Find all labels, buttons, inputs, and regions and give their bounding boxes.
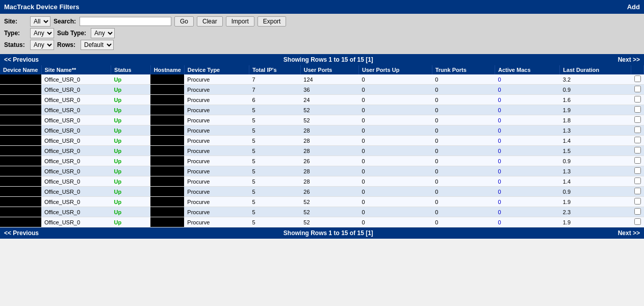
user-ports-cell: 36 — [300, 85, 358, 95]
row-checkbox[interactable] — [634, 157, 641, 164]
status-cell: Up — [111, 125, 151, 136]
row-checkbox-cell[interactable] — [631, 95, 644, 105]
col-user-ports: User Ports — [300, 65, 358, 74]
device-type-cell: Procurve — [184, 197, 249, 207]
row-checkbox-cell[interactable] — [631, 156, 644, 166]
row-checkbox-cell[interactable] — [631, 85, 644, 95]
device-type-cell: Procurve — [184, 156, 249, 166]
device-name-cell — [0, 187, 41, 197]
row-checkbox[interactable] — [634, 177, 641, 184]
active-macs-cell: 0 — [495, 125, 559, 136]
table-row: Office_USR_0UpProcurve5260000.9 — [0, 156, 644, 166]
site-select[interactable]: All — [30, 16, 50, 27]
hostname-cell — [150, 187, 184, 197]
row-checkbox[interactable] — [634, 167, 641, 174]
row-checkbox-cell[interactable] — [631, 166, 644, 176]
device-type-cell: Procurve — [184, 176, 249, 187]
trunk-ports-cell: 0 — [432, 115, 495, 125]
row-checkbox[interactable] — [634, 208, 641, 215]
user-ports-cell: 52 — [300, 115, 358, 125]
row-checkbox[interactable] — [634, 116, 641, 123]
device-type-cell: Procurve — [184, 187, 249, 197]
rows-select[interactable]: Default — [81, 40, 114, 50]
row-checkbox[interactable] — [634, 198, 641, 205]
site-name-cell: Office_USR_0 — [41, 115, 111, 125]
last-duration-cell: 1.6 — [560, 95, 631, 105]
row-checkbox[interactable] — [634, 75, 641, 82]
row-checkbox[interactable] — [634, 126, 641, 133]
add-link[interactable]: Add — [627, 3, 640, 11]
status-select[interactable]: Any — [30, 40, 54, 50]
total-ips-cell: 5 — [249, 207, 300, 217]
table-row: Office_USR_0UpProcurve5280001.5 — [0, 146, 644, 156]
trunk-ports-cell: 0 — [432, 95, 495, 105]
row-checkbox-cell[interactable] — [631, 197, 644, 207]
devices-table: Device Name Site Name** Status Hostname … — [0, 65, 644, 227]
col-device-name: Device Name — [0, 65, 41, 74]
active-macs-cell: 0 — [495, 85, 559, 95]
filters-section: Site: All Search: Go Clear Import Export… — [0, 14, 644, 54]
table-row: Office_USR_0UpProcurve5520001.9 — [0, 105, 644, 115]
row-checkbox-cell[interactable] — [631, 187, 644, 197]
row-checkbox-cell[interactable] — [631, 74, 644, 85]
showing-text-top: Showing Rows 1 to 15 of 15 [1] — [39, 56, 618, 63]
trunk-ports-cell: 0 — [432, 136, 495, 146]
user-ports-cell: 28 — [300, 146, 358, 156]
hostname-cell — [150, 85, 184, 95]
row-checkbox[interactable] — [634, 147, 641, 154]
row-checkbox-cell[interactable] — [631, 207, 644, 217]
last-duration-cell: 1.9 — [560, 105, 631, 115]
col-user-ports-up: User Ports Up — [359, 65, 432, 74]
status-cell: Up — [111, 105, 151, 115]
row-checkbox-cell[interactable] — [631, 217, 644, 227]
row-checkbox[interactable] — [634, 218, 641, 225]
site-name-cell: Office_USR_0 — [41, 136, 111, 146]
active-macs-cell: 0 — [495, 136, 559, 146]
active-macs-cell: 0 — [495, 74, 559, 85]
row-checkbox-cell[interactable] — [631, 176, 644, 187]
export-button[interactable]: Export — [257, 16, 287, 27]
import-button[interactable]: Import — [226, 16, 254, 27]
go-button[interactable]: Go — [174, 16, 194, 27]
col-device-type: Device Type — [184, 65, 249, 74]
device-type-cell: Procurve — [184, 125, 249, 136]
trunk-ports-cell: 0 — [432, 217, 495, 227]
next-link-top[interactable]: Next >> — [618, 56, 640, 63]
row-checkbox-cell[interactable] — [631, 125, 644, 136]
prev-link-bottom[interactable]: << Previous — [4, 230, 39, 237]
device-name-cell — [0, 156, 41, 166]
row-checkbox-cell[interactable] — [631, 146, 644, 156]
status-cell: Up — [111, 136, 151, 146]
row-checkbox[interactable] — [634, 137, 641, 143]
device-name-cell — [0, 217, 41, 227]
row-checkbox[interactable] — [634, 188, 641, 194]
row-checkbox-cell[interactable] — [631, 105, 644, 115]
trunk-ports-cell: 0 — [432, 187, 495, 197]
device-name-cell — [0, 197, 41, 207]
user-ports-up-cell: 0 — [359, 136, 432, 146]
device-name-cell — [0, 146, 41, 156]
type-select[interactable]: Any — [30, 28, 54, 38]
row-checkbox-cell[interactable] — [631, 136, 644, 146]
filter-row-3: Status: Any Rows: Default — [4, 40, 640, 50]
subtype-select[interactable]: Any — [91, 28, 115, 38]
site-name-cell: Office_USR_0 — [41, 146, 111, 156]
col-site-name: Site Name** — [41, 65, 111, 74]
device-name-cell — [0, 85, 41, 95]
last-duration-cell: 3.2 — [560, 74, 631, 85]
title-bar: MacTrack Device Filters Add — [0, 0, 644, 14]
device-type-cell: Procurve — [184, 146, 249, 156]
site-name-cell: Office_USR_0 — [41, 176, 111, 187]
status-cell: Up — [111, 74, 151, 85]
active-macs-cell: 0 — [495, 166, 559, 176]
trunk-ports-cell: 0 — [432, 207, 495, 217]
table-row: Office_USR_0UpProcurve5280001.3 — [0, 125, 644, 136]
next-link-bottom[interactable]: Next >> — [618, 230, 640, 237]
row-checkbox[interactable] — [634, 96, 641, 103]
clear-button[interactable]: Clear — [197, 16, 223, 27]
row-checkbox[interactable] — [634, 106, 641, 113]
row-checkbox-cell[interactable] — [631, 115, 644, 125]
prev-link-top[interactable]: << Previous — [4, 56, 39, 63]
row-checkbox[interactable] — [634, 86, 641, 92]
search-input[interactable] — [80, 17, 171, 26]
